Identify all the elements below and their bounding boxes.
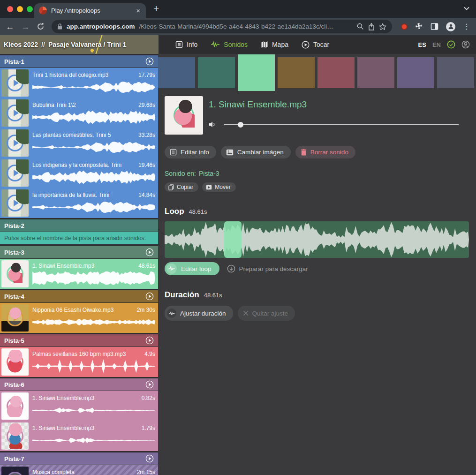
clip-thumbnail[interactable]: [1, 99, 29, 127]
play-icon[interactable]: [7, 135, 23, 151]
volume-icon[interactable]: [209, 121, 217, 128]
palette-swatch[interactable]: [357, 57, 394, 88]
palette-swatch[interactable]: [278, 57, 315, 88]
clip-row[interactable]: Nipponia 06 Esashi Oiwake.mp3 2m 30s: [0, 303, 158, 333]
track-header[interactable]: Pista-4: [0, 290, 158, 302]
track-play-icon[interactable]: [145, 248, 154, 256]
clip-thumbnail[interactable]: [1, 189, 29, 217]
play-icon[interactable]: [7, 165, 23, 181]
tab-info[interactable]: Info: [175, 41, 197, 48]
track-header[interactable]: Pista-6: [0, 378, 158, 391]
tab-mapa[interactable]: Mapa: [261, 41, 288, 48]
track-header[interactable]: Pista-7: [0, 452, 158, 465]
clip-row[interactable]: la importancia de la lluvia. Trini 14.84…: [0, 188, 158, 218]
clip-thumbnail[interactable]: [1, 260, 29, 287]
clip-thumbnail[interactable]: [1, 392, 29, 420]
extensions-puzzle-icon[interactable]: [415, 23, 423, 30]
track-play-icon[interactable]: [145, 380, 154, 389]
back-button[interactable]: ←: [6, 23, 14, 31]
tab-search-chevron-icon[interactable]: [464, 7, 469, 10]
move-button[interactable]: Mover: [202, 182, 235, 192]
play-icon[interactable]: [7, 354, 23, 370]
volume-slider-thumb[interactable]: [238, 122, 243, 128]
track-play-icon[interactable]: [145, 292, 154, 301]
side-panel-icon[interactable]: [431, 23, 438, 30]
zoom-page-icon[interactable]: [357, 23, 364, 30]
clip-row[interactable]: Trini 1 historia del colegio.mp3 17.79s: [0, 68, 158, 98]
palette-swatch[interactable]: [158, 57, 195, 88]
lang-es[interactable]: ES: [418, 41, 426, 48]
palette-swatch[interactable]: [198, 57, 235, 88]
browser-tab[interactable]: Play Antropoloops ×: [34, 3, 146, 18]
new-tab-button[interactable]: +: [153, 3, 159, 14]
palette-swatch[interactable]: [437, 57, 474, 88]
palette-swatch[interactable]: [317, 57, 355, 88]
play-icon[interactable]: [7, 428, 23, 445]
edit-info-button[interactable]: Editar info: [165, 146, 216, 158]
clip-row[interactable]: Los indigenas y la compostela. Trini 19.…: [0, 158, 158, 188]
tab-close-icon[interactable]: ×: [135, 7, 141, 15]
clip-row[interactable]: 1. Sinawi Ensemble.mp3 1.79s: [0, 421, 158, 451]
profile-avatar[interactable]: [446, 22, 455, 31]
track-play-icon[interactable]: [145, 57, 154, 66]
edit-loop-button[interactable]: Editar loop: [165, 262, 219, 275]
record-extension-icon[interactable]: [401, 23, 408, 30]
clip-thumbnail[interactable]: [1, 304, 29, 332]
account-icon[interactable]: [461, 40, 470, 49]
play-icon[interactable]: [7, 309, 23, 326]
change-image-button[interactable]: Cambiar imágen: [221, 146, 291, 158]
track-header[interactable]: Pista-3: [0, 246, 158, 258]
loop-waveform[interactable]: [165, 221, 469, 258]
play-icon[interactable]: [174, 105, 194, 126]
play-icon[interactable]: [7, 75, 23, 91]
volume-slider[interactable]: [224, 124, 459, 125]
url-path: /Kleos-Santa-Marina/4994bd5e-a4e4-4843-b…: [139, 23, 333, 30]
clip-thumbnail[interactable]: [1, 422, 29, 450]
remove-adjust-button[interactable]: Quitar ajuste: [238, 306, 295, 321]
forward-button[interactable]: →: [21, 23, 30, 31]
clip-thumbnail[interactable]: [1, 69, 29, 97]
tab-tocar[interactable]: Tocar: [302, 41, 329, 49]
clip-row[interactable]: 1. Sinawi Ensemble.mp3 48.61s: [0, 259, 158, 289]
track-play-icon[interactable]: [145, 336, 154, 345]
copy-button[interactable]: Copiar: [165, 182, 198, 192]
clip-row[interactable]: 1. Sinawi Ensemble.mp3 0.82s: [0, 391, 158, 421]
palette-swatch-selected[interactable]: [238, 54, 275, 91]
prepare-download-button[interactable]: Preparar para descargar: [227, 264, 308, 273]
share-icon[interactable]: [368, 23, 375, 30]
close-window-button[interactable]: [7, 6, 13, 12]
track-header[interactable]: Pista-2: [0, 219, 158, 232]
bookmark-star-icon[interactable]: [379, 23, 386, 30]
palette-swatch[interactable]: [397, 57, 434, 88]
breadcrumb[interactable]: Kleos 2022 // Pasaje Valvanera / Trini 1: [0, 35, 159, 54]
clip-row[interactable]: Bubulina Trini 1\2 29.68s: [0, 98, 158, 128]
loop-playhead-band[interactable]: [224, 221, 241, 258]
play-icon[interactable]: [7, 265, 23, 282]
tab-sonidos[interactable]: Sonidos: [211, 41, 248, 48]
clip-thumbnail[interactable]: [1, 467, 29, 475]
play-icon[interactable]: [7, 472, 23, 475]
track-hint[interactable]: Pulsa sobre el nombre de la pista para a…: [0, 232, 158, 244]
track-play-icon[interactable]: [145, 454, 154, 463]
address-bar[interactable]: app.antropoloops.com/Kleos-Santa-Marina/…: [52, 20, 392, 33]
zoom-window-button[interactable]: [27, 6, 33, 12]
lang-en[interactable]: EN: [432, 41, 441, 48]
sound-in-track-link[interactable]: Pista-3: [199, 170, 219, 177]
sound-thumbnail[interactable]: [165, 96, 203, 135]
reload-button[interactable]: [37, 23, 45, 30]
browser-menu-icon[interactable]: ⋮: [463, 22, 470, 31]
delete-sound-button[interactable]: Borrar sonido: [295, 146, 355, 158]
track-header[interactable]: Pista-1: [0, 55, 158, 68]
play-icon[interactable]: [7, 105, 23, 121]
track-header[interactable]: Pista-5: [0, 334, 158, 347]
clip-thumbnail[interactable]: [1, 348, 29, 376]
play-icon[interactable]: [7, 195, 23, 211]
play-icon[interactable]: [7, 398, 23, 415]
clip-thumbnail[interactable]: [1, 129, 29, 157]
clip-row[interactable]: Las plantas comestibles. Trini 5 33.28s: [0, 128, 158, 158]
clip-row[interactable]: Palmas sevillanas 160 bpm mp3.mp3 4.9s: [0, 347, 158, 377]
clip-thumbnail[interactable]: [1, 159, 29, 187]
minimize-window-button[interactable]: [17, 6, 23, 12]
adjust-duration-button[interactable]: Ajustar duración: [165, 306, 233, 321]
clip-row[interactable]: Musica completa 2m 15s: [0, 465, 158, 475]
